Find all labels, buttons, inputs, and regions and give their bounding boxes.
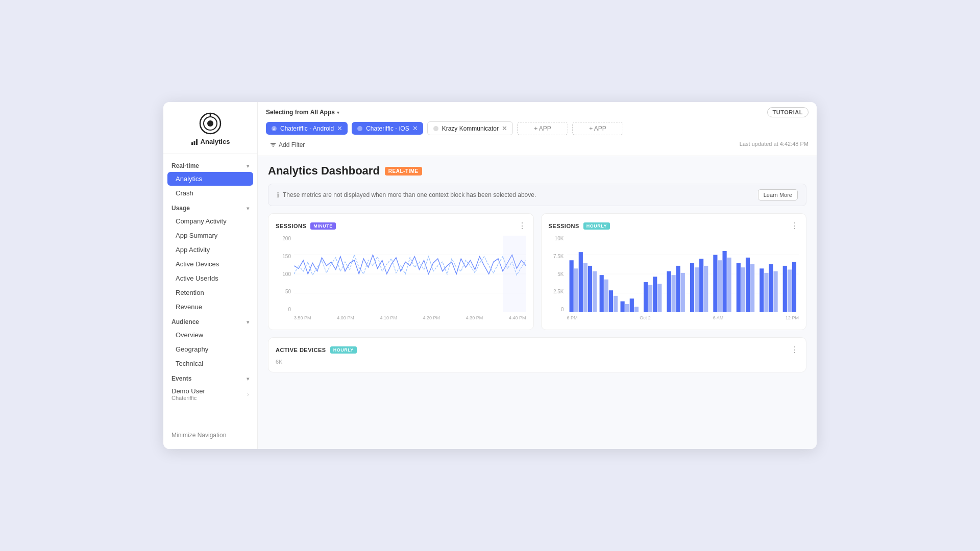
apple-icon (357, 126, 363, 132)
sidebar-item-active-devices[interactable]: Active Devices (167, 257, 253, 271)
section-usage[interactable]: Usage ▾ (163, 201, 257, 214)
sidebar-item-app-activity[interactable]: App Activity (167, 243, 253, 257)
sidebar-nav: Real-time ▾ Analytics Crash Usage ▾ Comp… (163, 154, 257, 428)
chart-area-sessions-minute: 200 150 100 50 0 (276, 236, 526, 322)
add-app-button-1[interactable]: + APP (517, 122, 568, 135)
page-header: Analytics Dashboard REAL-TIME (268, 164, 806, 178)
svg-rect-53 (722, 251, 726, 312)
svg-rect-43 (667, 271, 671, 312)
svg-rect-58 (750, 264, 754, 312)
learn-more-button[interactable]: Learn More (758, 189, 798, 201)
svg-text:A: A (273, 127, 276, 131)
chevron-right-icon: › (247, 391, 249, 398)
svg-rect-5 (193, 141, 195, 145)
svg-rect-46 (680, 273, 684, 312)
svg-rect-27 (578, 252, 582, 312)
svg-rect-65 (792, 262, 796, 312)
svg-rect-63 (782, 266, 787, 312)
topbar-row1: Selecting from All Apps ▾ TUTORIAL (266, 107, 808, 117)
chart-title-sessions-hourly: SESSIONS (549, 223, 579, 229)
bar-chart-icon (191, 138, 198, 145)
svg-rect-30 (592, 271, 596, 312)
last-updated-label: Last updated at 4:42:48 PM (740, 139, 808, 147)
svg-rect-42 (657, 284, 662, 312)
sidebar-item-company-activity[interactable]: Company Activity (167, 214, 253, 228)
svg-point-10 (433, 126, 438, 131)
active-devices-y-label: 6K (276, 358, 799, 365)
sidebar-item-retention[interactable]: Retention (167, 286, 253, 299)
topbar-row3: Add Filter Last updated at 4:42:48 PM (266, 135, 808, 151)
close-android-button[interactable]: ✕ (337, 124, 342, 132)
bar-chart-svg (567, 236, 799, 312)
svg-rect-57 (745, 258, 749, 312)
chart-title-sessions-minute: SESSIONS (276, 223, 306, 229)
demo-user-item[interactable]: Demo User Chateriffic › (163, 384, 257, 404)
sidebar-item-geography[interactable]: Geography (167, 342, 253, 356)
svg-rect-55 (736, 263, 740, 312)
svg-rect-34 (613, 296, 617, 312)
svg-rect-59 (760, 268, 764, 312)
svg-rect-61 (769, 264, 773, 312)
svg-rect-56 (741, 267, 745, 312)
charts-row: SESSIONS MINUTE ⋮ 200 150 100 50 0 (268, 213, 806, 330)
svg-rect-50 (704, 266, 708, 312)
app-tag-ios[interactable]: Chateriffic - iOS ✕ (352, 122, 423, 135)
chevron-down-icon: ▾ (247, 163, 249, 169)
tutorial-button[interactable]: TUTORIAL (767, 107, 808, 117)
sidebar-item-technical[interactable]: Technical (167, 357, 253, 370)
sidebar-item-crash[interactable]: Crash (167, 186, 253, 200)
svg-rect-38 (634, 307, 638, 312)
chart-menu-button[interactable]: ⋮ (518, 221, 526, 231)
app-container: Analytics Real-time ▾ Analytics Crash Us… (163, 102, 817, 449)
add-app-button-2[interactable]: + APP (572, 122, 623, 135)
chart-active-devices-card: ACTIVE DEVICES HOURLY ⋮ 6K (268, 337, 806, 372)
svg-rect-41 (653, 277, 657, 312)
chart-menu-button-devices[interactable]: ⋮ (791, 345, 799, 355)
section-realtime[interactable]: Real-time ▾ (163, 158, 257, 171)
main-content: Analytics Dashboard REAL-TIME ℹ These me… (258, 156, 817, 449)
svg-point-2 (207, 120, 213, 127)
close-ios-button[interactable]: ✕ (412, 124, 418, 132)
svg-rect-25 (569, 260, 573, 312)
other-app-icon (433, 126, 439, 132)
svg-rect-54 (727, 258, 731, 312)
app-tag-krazy[interactable]: Krazy Kommunicator ✕ (427, 121, 513, 135)
svg-rect-62 (773, 271, 777, 312)
chevron-down-icon: ▾ (337, 110, 339, 115)
svg-rect-28 (583, 263, 587, 312)
realtime-badge: REAL-TIME (385, 167, 422, 176)
sidebar-logo: Analytics (163, 102, 257, 154)
android-icon: A (271, 126, 277, 132)
chart-sessions-minute: SESSIONS MINUTE ⋮ 200 150 100 50 0 (268, 213, 534, 330)
svg-rect-31 (599, 275, 603, 312)
svg-rect-35 (620, 302, 624, 312)
svg-rect-40 (648, 285, 652, 312)
svg-rect-33 (608, 290, 612, 312)
app-tag-android[interactable]: A Chateriffic - Android ✕ (266, 122, 348, 135)
section-audience[interactable]: Audience ▾ (163, 314, 257, 328)
chart-sessions-hourly: SESSIONS HOURLY ⋮ 10K 7.5K 5K 2.5K 0 (541, 213, 807, 330)
main-panel: Selecting from All Apps ▾ TUTORIAL A Cha… (258, 102, 817, 449)
chart-menu-button-hourly[interactable]: ⋮ (791, 221, 799, 231)
sidebar-item-app-summary[interactable]: App Summary (167, 229, 253, 242)
svg-rect-32 (604, 280, 608, 312)
close-krazy-button[interactable]: ✕ (502, 124, 507, 132)
sidebar-item-active-userids[interactable]: Active UserIds (167, 271, 253, 285)
topbar: Selecting from All Apps ▾ TUTORIAL A Cha… (258, 102, 817, 156)
sidebar-item-revenue[interactable]: Revenue (167, 300, 253, 314)
app-logo-title: Analytics (191, 138, 230, 145)
svg-rect-45 (676, 266, 680, 312)
sidebar-item-analytics[interactable]: Analytics (167, 172, 253, 186)
line-chart-svg (294, 236, 526, 312)
svg-rect-47 (690, 263, 694, 312)
add-filter-button[interactable]: Add Filter (266, 139, 309, 151)
sidebar-item-overview[interactable]: Overview (167, 328, 253, 342)
chevron-down-icon: ▾ (247, 376, 249, 382)
app-selector[interactable]: Selecting from All Apps ▾ (266, 109, 339, 116)
section-events[interactable]: Events ▾ (163, 371, 257, 384)
svg-rect-4 (191, 142, 193, 145)
page-title: Analytics Dashboard (268, 164, 380, 178)
minimize-nav-button[interactable]: Minimize Navigation (163, 428, 257, 443)
badge-minute: MINUTE (310, 222, 336, 230)
info-icon: ℹ (277, 191, 279, 199)
